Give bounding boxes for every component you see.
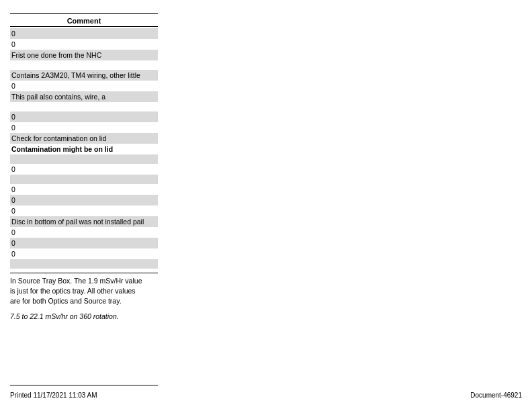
footer-line [10, 385, 158, 385]
table-row: 0 [10, 111, 158, 122]
table-row: Disc in bottom of pail was not installed… [10, 216, 158, 227]
header-bottom-line [10, 26, 158, 27]
table-row [10, 175, 158, 184]
page-container: Comment 00Frist one done from the NHCCon… [0, 0, 532, 411]
table-row: 0 [10, 205, 158, 216]
rows-container: 00Frist one done from the NHCContains 2A… [10, 28, 158, 269]
note-line: In Source Tray Box. The 1.9 mSv/Hr value [10, 276, 158, 286]
table-row: 0 [10, 28, 158, 39]
table-row: 0 [10, 122, 158, 133]
footer: Printed 11/17/2021 11:03 AM Document-469… [10, 392, 522, 399]
table-row: 0 [10, 81, 158, 91]
table-row: 0 [10, 238, 158, 248]
table-row: 0 [10, 39, 158, 50]
table-row [10, 259, 158, 269]
table-row: Frist one done from the NHC [10, 50, 158, 60]
table-row [10, 60, 158, 70]
notes-italic: 7.5 to 22.1 mSv/hr on 360 rotation. [10, 312, 158, 322]
table-row [10, 154, 158, 164]
table-row: 0 [10, 164, 158, 175]
column-header: Comment [10, 15, 158, 26]
table-row: Contamination might be on lid [10, 144, 158, 154]
footer-document: Document-46921 [470, 392, 522, 399]
notes-text: In Source Tray Box. The 1.9 mSv/Hr value… [10, 276, 158, 306]
table-row: 0 [10, 195, 158, 205]
table-row: 0 [10, 227, 158, 238]
notes-section: In Source Tray Box. The 1.9 mSv/Hr value… [10, 276, 158, 322]
section-divider [10, 273, 158, 273]
note-line: are for both Optics and Source tray. [10, 296, 158, 306]
table-row [10, 102, 158, 111]
content-area: Comment 00Frist one done from the NHCCon… [10, 13, 158, 322]
table-row: 0 [10, 248, 158, 259]
table-row: This pail also contains, wire, a [10, 91, 158, 102]
top-line [10, 13, 158, 14]
table-row: Contains 2A3M20, TM4 wiring, other littl… [10, 70, 158, 81]
footer-printed: Printed 11/17/2021 11:03 AM [10, 392, 97, 399]
table-row: Check for contamination on lid [10, 133, 158, 144]
note-line: is just for the optics tray. All other v… [10, 286, 158, 296]
table-row: 0 [10, 184, 158, 195]
